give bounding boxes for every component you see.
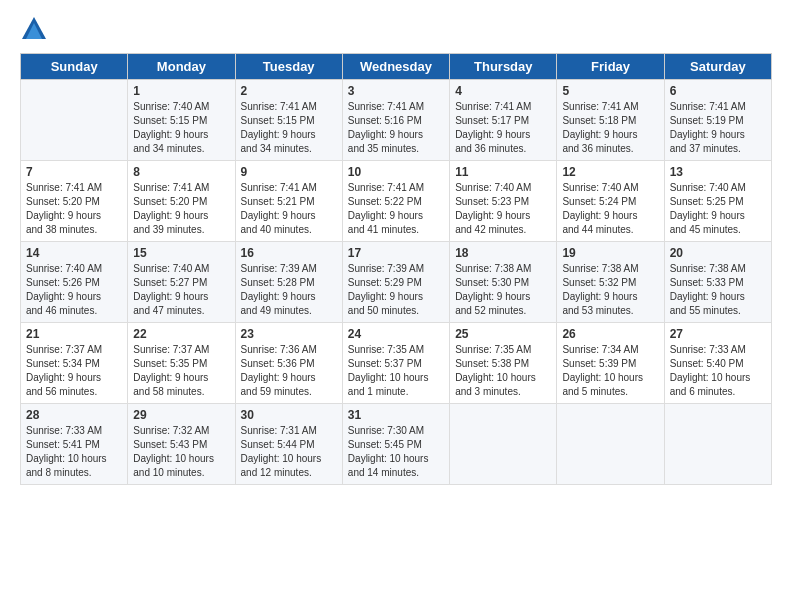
day-number: 27 <box>670 327 766 341</box>
calendar-cell: 13Sunrise: 7:40 AM Sunset: 5:25 PM Dayli… <box>664 161 771 242</box>
day-info: Sunrise: 7:40 AM Sunset: 5:25 PM Dayligh… <box>670 181 766 237</box>
day-number: 21 <box>26 327 122 341</box>
calendar-cell <box>557 404 664 485</box>
day-info: Sunrise: 7:39 AM Sunset: 5:29 PM Dayligh… <box>348 262 444 318</box>
calendar-body: 1Sunrise: 7:40 AM Sunset: 5:15 PM Daylig… <box>21 80 772 485</box>
calendar-cell: 27Sunrise: 7:33 AM Sunset: 5:40 PM Dayli… <box>664 323 771 404</box>
calendar-cell: 12Sunrise: 7:40 AM Sunset: 5:24 PM Dayli… <box>557 161 664 242</box>
calendar-cell: 3Sunrise: 7:41 AM Sunset: 5:16 PM Daylig… <box>342 80 449 161</box>
day-number: 26 <box>562 327 658 341</box>
day-info: Sunrise: 7:41 AM Sunset: 5:17 PM Dayligh… <box>455 100 551 156</box>
day-number: 31 <box>348 408 444 422</box>
calendar-page: SundayMondayTuesdayWednesdayThursdayFrid… <box>0 0 792 612</box>
day-number: 10 <box>348 165 444 179</box>
calendar-cell: 19Sunrise: 7:38 AM Sunset: 5:32 PM Dayli… <box>557 242 664 323</box>
day-info: Sunrise: 7:40 AM Sunset: 5:26 PM Dayligh… <box>26 262 122 318</box>
calendar-cell: 17Sunrise: 7:39 AM Sunset: 5:29 PM Dayli… <box>342 242 449 323</box>
calendar-cell: 18Sunrise: 7:38 AM Sunset: 5:30 PM Dayli… <box>450 242 557 323</box>
day-number: 17 <box>348 246 444 260</box>
day-number: 24 <box>348 327 444 341</box>
calendar-cell <box>21 80 128 161</box>
day-number: 19 <box>562 246 658 260</box>
day-info: Sunrise: 7:31 AM Sunset: 5:44 PM Dayligh… <box>241 424 337 480</box>
day-number: 28 <box>26 408 122 422</box>
day-info: Sunrise: 7:41 AM Sunset: 5:22 PM Dayligh… <box>348 181 444 237</box>
day-info: Sunrise: 7:35 AM Sunset: 5:38 PM Dayligh… <box>455 343 551 399</box>
calendar-cell: 28Sunrise: 7:33 AM Sunset: 5:41 PM Dayli… <box>21 404 128 485</box>
calendar-cell: 5Sunrise: 7:41 AM Sunset: 5:18 PM Daylig… <box>557 80 664 161</box>
day-info: Sunrise: 7:38 AM Sunset: 5:33 PM Dayligh… <box>670 262 766 318</box>
calendar-cell: 31Sunrise: 7:30 AM Sunset: 5:45 PM Dayli… <box>342 404 449 485</box>
day-info: Sunrise: 7:30 AM Sunset: 5:45 PM Dayligh… <box>348 424 444 480</box>
day-number: 25 <box>455 327 551 341</box>
day-number: 9 <box>241 165 337 179</box>
calendar-header: SundayMondayTuesdayWednesdayThursdayFrid… <box>21 54 772 80</box>
header-day-tuesday: Tuesday <box>235 54 342 80</box>
day-number: 8 <box>133 165 229 179</box>
day-number: 2 <box>241 84 337 98</box>
day-number: 5 <box>562 84 658 98</box>
header-day-friday: Friday <box>557 54 664 80</box>
calendar-cell: 26Sunrise: 7:34 AM Sunset: 5:39 PM Dayli… <box>557 323 664 404</box>
calendar-cell: 8Sunrise: 7:41 AM Sunset: 5:20 PM Daylig… <box>128 161 235 242</box>
day-info: Sunrise: 7:37 AM Sunset: 5:34 PM Dayligh… <box>26 343 122 399</box>
header-day-thursday: Thursday <box>450 54 557 80</box>
day-number: 3 <box>348 84 444 98</box>
header <box>20 15 772 43</box>
calendar-cell: 24Sunrise: 7:35 AM Sunset: 5:37 PM Dayli… <box>342 323 449 404</box>
calendar-cell: 29Sunrise: 7:32 AM Sunset: 5:43 PM Dayli… <box>128 404 235 485</box>
day-info: Sunrise: 7:41 AM Sunset: 5:20 PM Dayligh… <box>133 181 229 237</box>
day-number: 16 <box>241 246 337 260</box>
day-info: Sunrise: 7:33 AM Sunset: 5:40 PM Dayligh… <box>670 343 766 399</box>
calendar-cell: 7Sunrise: 7:41 AM Sunset: 5:20 PM Daylig… <box>21 161 128 242</box>
day-number: 6 <box>670 84 766 98</box>
day-number: 7 <box>26 165 122 179</box>
day-info: Sunrise: 7:39 AM Sunset: 5:28 PM Dayligh… <box>241 262 337 318</box>
calendar-table: SundayMondayTuesdayWednesdayThursdayFrid… <box>20 53 772 485</box>
day-info: Sunrise: 7:32 AM Sunset: 5:43 PM Dayligh… <box>133 424 229 480</box>
day-number: 23 <box>241 327 337 341</box>
day-number: 1 <box>133 84 229 98</box>
header-day-sunday: Sunday <box>21 54 128 80</box>
day-info: Sunrise: 7:41 AM Sunset: 5:18 PM Dayligh… <box>562 100 658 156</box>
day-number: 12 <box>562 165 658 179</box>
calendar-week-5: 28Sunrise: 7:33 AM Sunset: 5:41 PM Dayli… <box>21 404 772 485</box>
header-day-monday: Monday <box>128 54 235 80</box>
header-day-saturday: Saturday <box>664 54 771 80</box>
day-number: 22 <box>133 327 229 341</box>
calendar-cell: 10Sunrise: 7:41 AM Sunset: 5:22 PM Dayli… <box>342 161 449 242</box>
day-info: Sunrise: 7:33 AM Sunset: 5:41 PM Dayligh… <box>26 424 122 480</box>
calendar-cell: 4Sunrise: 7:41 AM Sunset: 5:17 PM Daylig… <box>450 80 557 161</box>
day-info: Sunrise: 7:41 AM Sunset: 5:20 PM Dayligh… <box>26 181 122 237</box>
header-row: SundayMondayTuesdayWednesdayThursdayFrid… <box>21 54 772 80</box>
calendar-cell: 11Sunrise: 7:40 AM Sunset: 5:23 PM Dayli… <box>450 161 557 242</box>
day-number: 15 <box>133 246 229 260</box>
day-info: Sunrise: 7:41 AM Sunset: 5:16 PM Dayligh… <box>348 100 444 156</box>
calendar-cell: 20Sunrise: 7:38 AM Sunset: 5:33 PM Dayli… <box>664 242 771 323</box>
calendar-cell: 16Sunrise: 7:39 AM Sunset: 5:28 PM Dayli… <box>235 242 342 323</box>
calendar-cell: 22Sunrise: 7:37 AM Sunset: 5:35 PM Dayli… <box>128 323 235 404</box>
day-info: Sunrise: 7:41 AM Sunset: 5:19 PM Dayligh… <box>670 100 766 156</box>
day-info: Sunrise: 7:34 AM Sunset: 5:39 PM Dayligh… <box>562 343 658 399</box>
day-number: 13 <box>670 165 766 179</box>
day-number: 14 <box>26 246 122 260</box>
day-info: Sunrise: 7:40 AM Sunset: 5:15 PM Dayligh… <box>133 100 229 156</box>
day-number: 30 <box>241 408 337 422</box>
day-number: 11 <box>455 165 551 179</box>
day-info: Sunrise: 7:40 AM Sunset: 5:24 PM Dayligh… <box>562 181 658 237</box>
calendar-cell: 25Sunrise: 7:35 AM Sunset: 5:38 PM Dayli… <box>450 323 557 404</box>
day-number: 20 <box>670 246 766 260</box>
day-info: Sunrise: 7:41 AM Sunset: 5:15 PM Dayligh… <box>241 100 337 156</box>
day-number: 29 <box>133 408 229 422</box>
calendar-cell: 9Sunrise: 7:41 AM Sunset: 5:21 PM Daylig… <box>235 161 342 242</box>
day-info: Sunrise: 7:37 AM Sunset: 5:35 PM Dayligh… <box>133 343 229 399</box>
logo <box>20 15 52 43</box>
calendar-cell: 30Sunrise: 7:31 AM Sunset: 5:44 PM Dayli… <box>235 404 342 485</box>
calendar-week-3: 14Sunrise: 7:40 AM Sunset: 5:26 PM Dayli… <box>21 242 772 323</box>
day-info: Sunrise: 7:35 AM Sunset: 5:37 PM Dayligh… <box>348 343 444 399</box>
calendar-cell <box>664 404 771 485</box>
day-number: 18 <box>455 246 551 260</box>
calendar-cell: 1Sunrise: 7:40 AM Sunset: 5:15 PM Daylig… <box>128 80 235 161</box>
day-info: Sunrise: 7:40 AM Sunset: 5:23 PM Dayligh… <box>455 181 551 237</box>
calendar-week-4: 21Sunrise: 7:37 AM Sunset: 5:34 PM Dayli… <box>21 323 772 404</box>
